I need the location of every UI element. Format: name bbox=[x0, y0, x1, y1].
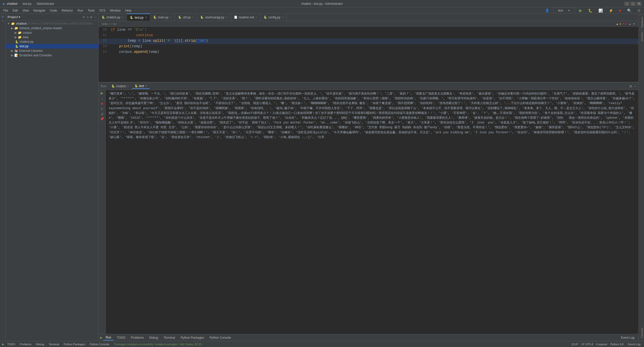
run-panel-minimize-icon[interactable]: ─ bbox=[634, 84, 636, 88]
run-btn-green[interactable]: ▶ bbox=[577, 8, 584, 13]
menu-help[interactable]: Help bbox=[123, 8, 134, 13]
bottom-tab-problems[interactable]: Problems bbox=[128, 335, 146, 340]
run-play-icon[interactable]: ▶ bbox=[101, 91, 103, 95]
bottom-tab-python-console[interactable]: Python Console bbox=[207, 335, 233, 340]
tab-readme-close[interactable]: ✕ bbox=[255, 16, 257, 19]
tree-item-corpus[interactable]: ▶ 📁 corpus bbox=[6, 30, 98, 35]
tab-main-py[interactable]: 🐍 main.py ✕ bbox=[150, 14, 175, 21]
database-tab[interactable]: Database bbox=[639, 15, 644, 30]
tab-test-py-close[interactable]: ✕ bbox=[145, 16, 147, 19]
bottom-tab-todo[interactable]: TODO bbox=[114, 335, 128, 340]
project-toggle-icon[interactable]: P bbox=[1, 15, 5, 18]
status-problems-btn[interactable]: Problems bbox=[18, 342, 33, 346]
folder-expand-icon4: ▶ bbox=[15, 35, 17, 39]
run-rerun-icon[interactable]: ↻ bbox=[101, 107, 103, 111]
status-python-packages-btn[interactable]: Python Packages bbox=[62, 342, 87, 346]
tree-item-ext-libs[interactable]: ▶ 📚 External Libraries bbox=[6, 49, 98, 53]
profile-btn[interactable]: ⚡ bbox=[607, 8, 615, 13]
tab-test-py-icon: 🐍 bbox=[130, 16, 133, 19]
bottom-tab-terminal[interactable]: Terminal bbox=[161, 335, 178, 340]
scroll-down-icon[interactable]: ▼ bbox=[633, 22, 635, 25]
menu-window[interactable]: Window bbox=[108, 8, 123, 13]
run-down-icon[interactable]: ↓ bbox=[101, 97, 103, 100]
lib-expand-icon: ▶ bbox=[11, 49, 13, 53]
tab-chatbot-py-label: chatbot.py bbox=[106, 16, 120, 19]
close-btn[interactable]: ✕ bbox=[636, 2, 641, 6]
tab-xhj-close[interactable]: ✕ bbox=[226, 16, 228, 19]
tab-readme-label: readme.md bbox=[239, 16, 254, 19]
run-stop-icon[interactable]: ■ bbox=[101, 102, 103, 106]
tree-item-corpus-master[interactable]: ▶ 📁 chinese_chatbot_corpus-master bbox=[6, 26, 98, 30]
bottom-run-icon[interactable]: ▶ bbox=[100, 336, 103, 339]
breadcrumb: while 1 > try ▲ 4 ✕ 2 ▲ ▼ bbox=[99, 21, 638, 27]
menu-vcs[interactable]: VCS bbox=[97, 8, 107, 13]
status-python-console-btn[interactable]: Python Console bbox=[88, 342, 111, 346]
tree-item-data[interactable]: ▶ 📁 data bbox=[6, 35, 98, 39]
project-minimize-icon[interactable]: ─ bbox=[94, 15, 96, 19]
menu-run[interactable]: Run bbox=[75, 8, 85, 13]
bottom-tab-python-packages[interactable]: Python Packages bbox=[178, 335, 207, 340]
menu-view[interactable]: View bbox=[20, 8, 31, 13]
structure-icon[interactable]: ≡ bbox=[2, 19, 4, 23]
tab-readme-icon: 📄 bbox=[234, 16, 237, 19]
run-with-coverage[interactable]: 📊 bbox=[596, 8, 605, 13]
bottom-tab-run[interactable]: Run bbox=[103, 335, 114, 340]
run-content[interactable]: '嘴巴里来', '…', '嗷呕哦。一千次。', '我们在吃虾条', '我也无聊… bbox=[106, 90, 638, 334]
sciview-tab[interactable]: SciView bbox=[639, 30, 644, 43]
run-pin-icon[interactable]: 📌 bbox=[100, 117, 104, 121]
project-sync-icon[interactable]: ⟳ bbox=[83, 15, 85, 19]
chatbot-tab-close[interactable]: ✕ bbox=[127, 85, 129, 88]
run-panel-settings-icon[interactable]: ⚙ bbox=[629, 84, 632, 88]
status-debug-btn[interactable]: Debug bbox=[34, 342, 46, 346]
admin-label: Administrator bbox=[36, 2, 54, 6]
run-tab-chatbot[interactable]: 🐍 chatbot ✕ bbox=[109, 84, 131, 89]
project-settings-icon[interactable]: ⚙ bbox=[90, 15, 93, 19]
menu-edit[interactable]: Edit bbox=[11, 8, 20, 13]
menu-refactor[interactable]: Refactor bbox=[60, 8, 75, 13]
maximize-btn[interactable]: □ bbox=[630, 2, 635, 6]
tab-config-py[interactable]: 🐍 config.py ✕ bbox=[261, 14, 287, 21]
tab-test-py[interactable]: 🐍 test.py ✕ bbox=[127, 14, 150, 21]
code-editor[interactable]: 10 if line == 'E\n': 11 continue 12 temp… bbox=[99, 27, 638, 82]
tab-config-close[interactable]: ✕ bbox=[282, 16, 284, 19]
bottom-tab-event-log[interactable]: Event Log bbox=[618, 335, 637, 340]
tree-item-test-py[interactable]: 🐍 test.py bbox=[6, 44, 98, 49]
project-expand-icon[interactable]: ≡ bbox=[87, 15, 88, 19]
tab-chatbot-py-close[interactable]: ✕ bbox=[122, 16, 124, 19]
code-line-13: 13 print(temp) bbox=[99, 44, 638, 50]
dropdown-arrow: ▼ bbox=[566, 9, 572, 12]
stop-btn[interactable]: ■ bbox=[617, 8, 623, 13]
test-tab-close[interactable]: ✕ bbox=[145, 84, 147, 87]
status-terminal-btn[interactable]: Terminal bbox=[47, 342, 61, 346]
tab-util-py-close[interactable]: ✕ bbox=[192, 16, 194, 19]
tab-chatbot-py[interactable]: 🐍 chatbot.py ✕ bbox=[99, 14, 127, 21]
run-print-icon[interactable]: 🖨 bbox=[101, 112, 104, 116]
status-todo-btn[interactable]: TODO bbox=[6, 342, 17, 346]
tree-item-chatbot-py[interactable]: 🐍 chatbot.py bbox=[6, 39, 98, 44]
tab-util-py[interactable]: 🐍 util.py ✕ bbox=[175, 14, 197, 21]
tree-label-scratches: Scratches and Consoles bbox=[19, 54, 52, 57]
debug-btn[interactable]: 🐛 bbox=[586, 8, 594, 13]
bottom-tab-debug[interactable]: Debug bbox=[147, 335, 160, 340]
run-tab-test[interactable]: 🐍 test ✕ bbox=[132, 84, 149, 89]
favorites-tab[interactable]: Favorites bbox=[639, 326, 644, 340]
settings-btn[interactable]: ⚙ bbox=[635, 8, 643, 13]
run-config-dropdown[interactable]: test ▼ bbox=[553, 8, 575, 14]
menu-navigate[interactable]: Navigate bbox=[31, 8, 47, 13]
minimize-btn[interactable]: ─ bbox=[624, 2, 629, 6]
search-btn[interactable]: 🔍 bbox=[625, 8, 633, 13]
status-run-icon[interactable]: ▶ bbox=[2, 342, 4, 346]
tab-main-py-close[interactable]: ✕ bbox=[170, 16, 172, 19]
tab-xiaohuangji-py[interactable]: 🐍 xiaohuangji.py ✕ bbox=[197, 14, 231, 21]
user-icon[interactable]: 👤 bbox=[543, 8, 551, 13]
tab-config-icon: 🐍 bbox=[264, 16, 267, 19]
menu-tools[interactable]: Tools bbox=[86, 8, 97, 13]
tab-readme-md[interactable]: 📄 readme.md ✕ bbox=[231, 14, 261, 21]
tree-item-scratches[interactable]: ▶ 📝 Scratches and Consoles bbox=[6, 53, 98, 58]
scroll-up-icon[interactable]: ▲ bbox=[628, 22, 631, 25]
tree-item-chatbot[interactable]: ▼ 📁 chatbot D:\SAT\人工智能导论\实验\实验6 自然语言处理实… bbox=[6, 21, 98, 26]
menu-file[interactable]: File bbox=[1, 8, 10, 13]
status-event-log-btn[interactable]: Event Log bbox=[626, 342, 642, 346]
file-tabs-bar: 🐍 chatbot.py ✕ 🐍 test.py ✕ 🐍 main.py ✕ 🐍… bbox=[99, 14, 638, 21]
menu-code[interactable]: Code bbox=[48, 8, 59, 13]
